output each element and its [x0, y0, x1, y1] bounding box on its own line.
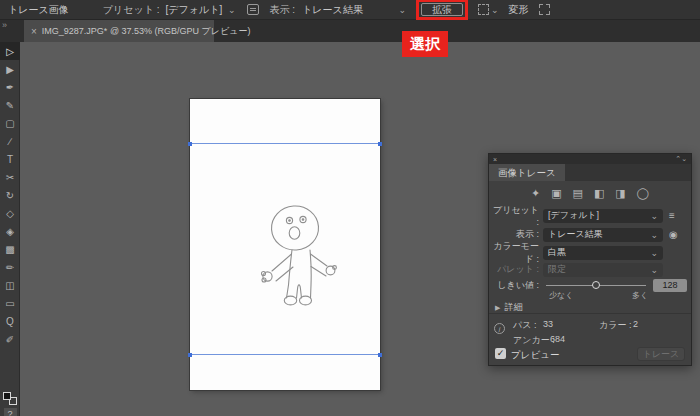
trace-button[interactable]: トレース [637, 347, 685, 361]
threshold-min-label: 少なく [549, 290, 573, 301]
pen-tool-icon[interactable]: ✒ [0, 78, 20, 96]
curvature-tool-icon[interactable]: ✎ [0, 96, 20, 114]
view-label: 表示 : [269, 3, 295, 17]
threshold-max-label: 多く [632, 290, 648, 301]
grayscale-icon[interactable]: ◧ [594, 187, 604, 200]
auto-color-icon[interactable]: ✦ [531, 187, 540, 200]
rectangle-tool-icon[interactable]: ▢ [0, 114, 20, 132]
scissors-tool-icon[interactable]: ✂ [0, 168, 20, 186]
color-mode-value: 白黒 [548, 246, 566, 259]
disclosure-triangle-icon: ▶ [495, 304, 500, 312]
high-color-icon[interactable]: ▣ [551, 187, 561, 200]
preview-label: プレビュー [511, 349, 559, 362]
anchor-point[interactable] [378, 142, 382, 146]
bounding-box-icon [478, 4, 489, 15]
panel-divider [489, 313, 691, 314]
chevron-down-icon: ⌄ [228, 7, 236, 13]
color-mode-row: カラーモード : 白黒 ⌄ [489, 245, 691, 260]
close-tab-icon[interactable]: × [31, 26, 37, 37]
chevron-down-icon: ⌄ [650, 232, 658, 238]
collapse-panel-icon[interactable]: ⌃⌄ [675, 155, 687, 163]
chevron-down-icon: ⌄ [650, 250, 658, 256]
info-icon: i [494, 323, 505, 334]
dock-collapse-icon[interactable]: » [2, 20, 7, 30]
document-tab[interactable]: × IMG_9287.JPG* @ 37.53% (RGB/GPU プレビュー) [24, 20, 214, 42]
selection-tool-icon[interactable]: ▷ [0, 42, 20, 60]
free-transform-icon[interactable] [539, 4, 550, 15]
expand-button-highlight: 拡張 [416, 0, 468, 20]
preset-dropdown[interactable]: [デフォルト] ⌄ [165, 3, 235, 17]
artboard-tool-icon[interactable]: ▭ [0, 294, 20, 312]
preview-checkbox[interactable]: ✓ [495, 348, 506, 359]
chevron-down-icon: ⌄ [491, 7, 499, 13]
view-dropdown[interactable]: トレース結果 ⌄ [543, 228, 663, 242]
document-tab-title: IMG_9287.JPG* @ 37.53% (RGB/GPU プレビュー) [42, 25, 251, 38]
anchors-label: アンカー : [513, 334, 555, 347]
type-tool-icon[interactable]: T [0, 150, 20, 168]
document-tab-bar: » × IMG_9287.JPG* @ 37.53% (RGB/GPU プレビュ… [0, 20, 700, 42]
colors-label: カラー : [599, 319, 631, 332]
shape-builder-tool-icon[interactable]: ◈ [0, 222, 20, 240]
trace-preset-icons: ✦▣▤◧◨◯ [489, 183, 691, 203]
panel-tab-strip: 画像トレース [489, 164, 691, 181]
color-mode-dropdown[interactable]: 白黒 ⌄ [543, 246, 663, 260]
transform-button[interactable]: 変形 [509, 3, 529, 17]
fill-swatch[interactable] [3, 392, 11, 400]
low-color-icon[interactable]: ▤ [573, 187, 583, 200]
help-icon[interactable]: ? [4, 408, 17, 416]
threshold-slider-handle[interactable] [592, 281, 600, 289]
tool-list: ▷▶✒✎▢∕T✂↻◇◈▩✏◫▭Q✐ [0, 42, 19, 348]
artboard[interactable] [190, 99, 380, 390]
preset-label: プリセット : [489, 204, 543, 227]
doc-type-label: トレース画像 [8, 3, 69, 17]
black-white-icon[interactable]: ◨ [615, 187, 625, 200]
illustrator-window: トレース画像 プリセット : [デフォルト] ⌄ 表示 : トレース結果 ⌄ 拡… [0, 0, 700, 416]
preset-label: プリセット : [103, 3, 160, 17]
paintbrush-tool-icon[interactable]: ∕ [0, 132, 20, 150]
eraser-tool-icon[interactable]: ◇ [0, 204, 20, 222]
zoom-tool-icon[interactable]: Q [0, 312, 20, 330]
preset-row: プリセット : [デフォルト] ⌄ ≡ [489, 208, 691, 223]
view-value: トレース結果 [548, 228, 603, 241]
paths-value: 33 [543, 319, 553, 329]
selection-bbox-bottom[interactable] [190, 354, 380, 355]
chevron-down-icon: ⌄ [650, 267, 658, 273]
panel-header: × ⌃⌄ [489, 154, 691, 164]
transform-options-control[interactable]: ⌄ [478, 4, 499, 15]
view-value: トレース結果 [302, 3, 363, 17]
view-dropdown[interactable]: トレース結果 ⌄ [302, 3, 406, 17]
image-trace-tab[interactable]: 画像トレース [489, 164, 565, 181]
palette-dropdown: 限定 ⌄ [543, 263, 663, 277]
panel-options-icon[interactable] [247, 4, 259, 15]
gradient-tool-icon[interactable]: ▩ [0, 240, 20, 258]
anchor-point[interactable] [188, 353, 192, 357]
anchors-value: 684 [550, 334, 565, 344]
palette-label: パレット : [489, 263, 543, 276]
direct-selection-tool-icon[interactable]: ▶ [0, 60, 20, 78]
selection-bbox-top[interactable] [190, 143, 380, 144]
expand-button[interactable]: 拡張 [421, 3, 463, 16]
palette-row: パレット : 限定 ⌄ [489, 262, 691, 277]
pencil-tool-icon[interactable]: ✐ [0, 330, 20, 348]
preset-dropdown[interactable]: [デフォルト] ⌄ [543, 209, 663, 223]
close-panel-icon[interactable]: × [493, 156, 497, 163]
blend-tool-icon[interactable]: ◫ [0, 276, 20, 294]
preset-value: [デフォルト] [165, 3, 222, 17]
tools-panel: ▷▶✒✎▢∕T✂↻◇◈▩✏◫▭Q✐ ? [0, 42, 20, 416]
anchor-point[interactable] [188, 142, 192, 146]
fill-stroke-swatches[interactable] [3, 392, 17, 405]
threshold-label: しきい値 : [489, 279, 543, 292]
eye-icon[interactable]: ◉ [669, 229, 678, 240]
preset-menu-icon[interactable]: ≡ [669, 210, 675, 221]
preset-value: [デフォルト] [548, 209, 599, 222]
threshold-value-field[interactable]: 128 [653, 279, 687, 292]
palette-value: 限定 [548, 263, 566, 276]
eyedropper-tool-icon[interactable]: ✏ [0, 258, 20, 276]
chevron-down-icon: ⌄ [650, 213, 658, 219]
anchor-point[interactable] [378, 353, 382, 357]
rotate-tool-icon[interactable]: ↻ [0, 186, 20, 204]
outline-icon[interactable]: ◯ [637, 187, 649, 200]
chevron-down-icon: ⌄ [398, 7, 406, 13]
control-bar: トレース画像 プリセット : [デフォルト] ⌄ 表示 : トレース結果 ⌄ 拡… [0, 0, 700, 20]
threshold-slider[interactable] [546, 285, 646, 286]
